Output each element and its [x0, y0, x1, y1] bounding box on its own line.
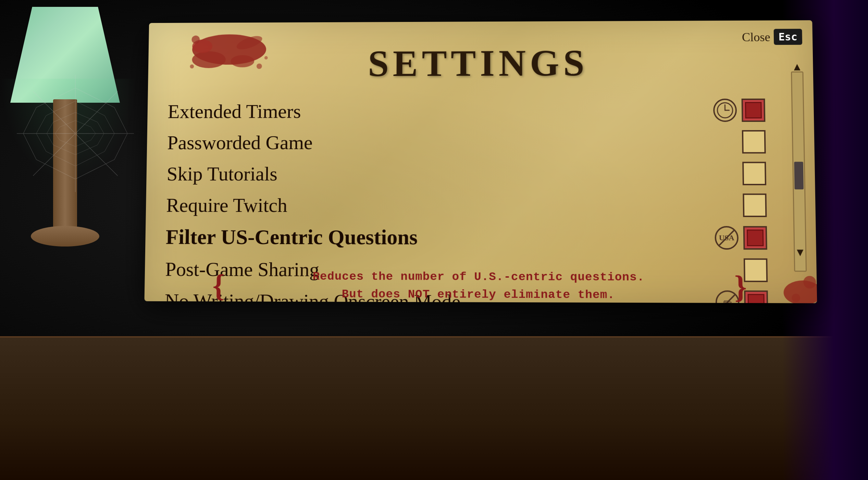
extended-timers-right — [713, 99, 766, 122]
svg-line-7 — [33, 91, 76, 134]
svg-line-3 — [75, 134, 118, 176]
settings-title: SETTINGS — [168, 41, 793, 86]
description-text: Reduces the number of U.S.-centric quest… — [199, 268, 761, 303]
skip-tutorials-right — [742, 162, 766, 186]
require-twitch-right — [743, 193, 767, 217]
description-line2: But does NOT entirely eliminate them. — [342, 288, 615, 302]
scroll-thumb[interactable] — [794, 162, 804, 189]
extended-timers-checkbox[interactable] — [742, 99, 766, 122]
settings-item-require-twitch: Require Twitch — [166, 189, 795, 221]
no-usa-icon: USA — [715, 226, 739, 250]
svg-line-5 — [33, 134, 76, 176]
skip-tutorials-checkbox[interactable] — [742, 162, 766, 186]
clock-icon — [713, 99, 737, 122]
settings-item-skip-tutorials: Skip Tutorials — [166, 157, 794, 189]
require-twitch-label: Require Twitch — [166, 193, 287, 216]
description-box: { Reduces the number of U.S.-centric que… — [199, 268, 761, 303]
filter-us-centric-checkbox[interactable] — [743, 226, 767, 250]
settings-panel: Close Esc SETTINGS Extended Timers — [144, 20, 817, 303]
no-usa-slash — [715, 226, 739, 250]
skip-tutorials-label: Skip Tutorials — [166, 162, 277, 185]
description-line1: Reduces the number of U.S.-centric quest… — [313, 270, 645, 284]
lamp-foot — [31, 226, 99, 247]
spiderweb-decoration — [10, 68, 140, 199]
passworded-game-checkbox[interactable] — [742, 130, 766, 153]
scroll-down-button[interactable]: ▼ — [794, 246, 806, 258]
settings-item-extended-timers: Extended Timers — [168, 94, 793, 127]
passworded-game-right — [742, 130, 766, 153]
scroll-down-arrow-icon: ▼ — [794, 246, 806, 259]
filter-us-centric-label: Filter US-Centric Questions — [165, 225, 418, 250]
settings-item-passworded-game: Passworded Game — [167, 126, 794, 158]
brace-right: } — [734, 269, 747, 303]
desk-surface — [0, 336, 868, 480]
passworded-game-label: Passworded Game — [167, 131, 313, 154]
scroll-up-button[interactable]: ▲ — [791, 61, 803, 73]
require-twitch-checkbox[interactable] — [743, 193, 767, 217]
extended-timers-label: Extended Timers — [168, 100, 301, 123]
svg-line-1 — [75, 91, 118, 134]
settings-item-filter-us-centric: Filter US-Centric Questions USA — [165, 221, 795, 254]
brace-left: { — [212, 267, 225, 303]
filter-us-centric-right: USA — [715, 226, 767, 250]
